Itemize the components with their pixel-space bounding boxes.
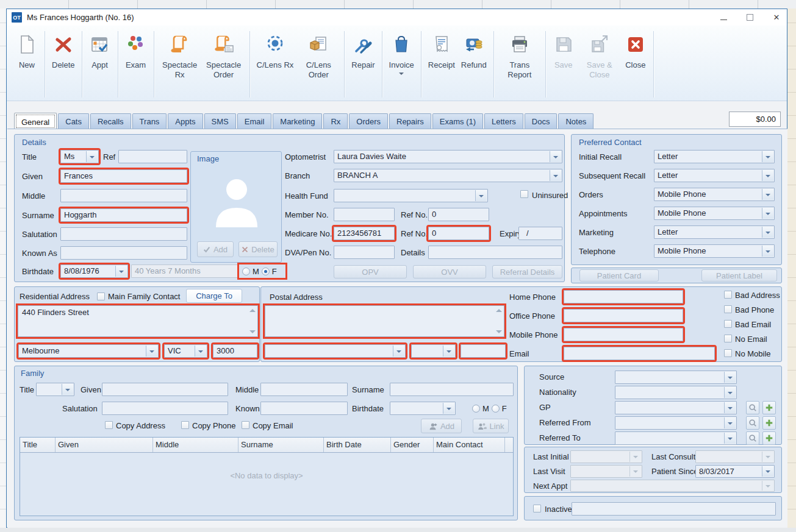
chevron-down-icon[interactable] — [762, 227, 773, 238]
tab-rx[interactable]: Rx — [323, 113, 348, 129]
tab-appts[interactable]: Appts — [168, 113, 203, 129]
email-field[interactable] — [564, 347, 715, 360]
image-add-button[interactable]: Add — [197, 241, 234, 257]
details-field[interactable] — [428, 246, 562, 259]
postal-street-textarea[interactable] — [265, 305, 504, 337]
chevron-down-icon[interactable] — [762, 189, 773, 200]
main-family-contact-checkbox[interactable] — [97, 293, 105, 300]
column-header-surname[interactable]: Surname — [238, 438, 324, 452]
middle-field[interactable] — [60, 189, 187, 202]
female-radio[interactable] — [262, 268, 270, 275]
column-header-given[interactable]: Given — [56, 438, 153, 452]
chevron-down-icon[interactable] — [762, 170, 773, 181]
optometrist-dropdown[interactable]: Laura Davies Waite — [334, 150, 562, 163]
column-header-gender[interactable]: Gender — [391, 438, 434, 452]
image-delete-button[interactable]: Delete — [238, 241, 278, 257]
residential-state-dropdown[interactable]: VIC — [164, 344, 207, 358]
initial-recall-dropdown[interactable]: Letter — [654, 150, 775, 163]
family-title-dropdown[interactable] — [36, 383, 74, 396]
new-button[interactable]: New — [13, 29, 41, 99]
dva-pen-no-field[interactable] — [334, 246, 395, 259]
postal-state-dropdown[interactable] — [411, 344, 456, 358]
chevron-down-icon[interactable] — [724, 402, 736, 413]
surname-field[interactable]: Hoggarth — [60, 208, 187, 222]
tab-exams[interactable]: Exams (1) — [432, 113, 483, 129]
family-salutation-field[interactable] — [102, 402, 228, 415]
chevron-down-icon[interactable] — [724, 433, 736, 444]
home-phone-field[interactable] — [564, 290, 683, 303]
last-initial-field[interactable] — [570, 450, 642, 463]
scroll-down-icon[interactable] — [249, 330, 256, 333]
family-male-radio[interactable] — [472, 405, 480, 413]
invoice-button[interactable]: Invoice — [386, 29, 417, 99]
tab-email[interactable]: Email — [237, 113, 272, 129]
family-link-button[interactable]: Link — [473, 419, 509, 433]
chevron-down-icon[interactable] — [724, 387, 736, 398]
copy-phone-checkbox[interactable] — [181, 421, 189, 429]
chevron-down-icon[interactable] — [762, 151, 773, 162]
delete-button[interactable]: Delete — [49, 29, 78, 99]
close-button[interactable]: Close — [622, 29, 650, 99]
residential-postcode-field[interactable]: 3000 — [213, 344, 257, 358]
chevron-down-icon[interactable] — [146, 346, 157, 356]
subsequent-recall-dropdown[interactable]: Letter — [654, 169, 775, 182]
family-surname-field[interactable] — [390, 383, 514, 396]
tab-letters[interactable]: Letters — [484, 113, 523, 129]
exam-button[interactable]: Exam — [122, 29, 150, 99]
chevron-down-icon[interactable] — [443, 403, 454, 414]
chevron-down-icon[interactable] — [393, 346, 404, 356]
scroll-up-icon[interactable] — [496, 309, 502, 312]
residential-street-textarea[interactable]: 440 Flinders Street — [18, 305, 258, 337]
clens-rx-button[interactable]: C/Lens Rx — [254, 29, 297, 99]
copy-email-checkbox[interactable] — [242, 421, 249, 429]
health-fund-dropdown[interactable] — [334, 189, 488, 202]
tab-marketing[interactable]: Marketing — [273, 113, 322, 129]
save-close-button[interactable]: Save & Close — [578, 29, 622, 99]
uninsured-checkbox[interactable] — [520, 190, 528, 198]
referred-to-add-button[interactable] — [762, 431, 776, 445]
mobile-phone-field[interactable] — [564, 328, 683, 341]
referred-from-dropdown[interactable] — [615, 416, 737, 430]
ovv-button[interactable]: OVV — [413, 265, 486, 278]
tab-docs[interactable]: Docs — [525, 113, 558, 129]
chevron-down-icon[interactable] — [762, 246, 773, 257]
referred-from-search-button[interactable] — [746, 416, 759, 430]
referred-from-add-button[interactable] — [762, 416, 776, 430]
referral-details-button[interactable]: Referral Details — [492, 265, 562, 278]
tab-notes[interactable]: Notes — [558, 113, 593, 129]
medicare-no-field[interactable]: 2123456781 — [334, 227, 395, 240]
chevron-down-icon[interactable] — [475, 190, 487, 201]
gp-add-button[interactable] — [762, 401, 776, 414]
no-email-checkbox[interactable] — [724, 335, 732, 342]
refund-button[interactable]: Refund — [458, 29, 490, 99]
postal-city-dropdown[interactable] — [265, 344, 406, 358]
chevron-down-icon[interactable] — [762, 466, 773, 477]
residential-city-dropdown[interactable]: Melbourne — [18, 344, 159, 358]
charge-to-button[interactable]: Charge To — [186, 289, 242, 303]
chevron-down-icon[interactable] — [550, 151, 561, 162]
spectacle-rx-button[interactable]: Spectacle Rx — [158, 29, 202, 99]
last-consult-field[interactable] — [695, 450, 775, 463]
save-button[interactable]: Save — [550, 29, 578, 99]
inactive-checkbox[interactable] — [533, 505, 541, 512]
next-appt-field[interactable] — [570, 480, 775, 492]
column-header-title[interactable]: Title — [20, 438, 56, 452]
family-birthdate-dropdown[interactable] — [390, 402, 456, 415]
scroll-up-icon[interactable] — [249, 309, 256, 312]
tab-recalls[interactable]: Recalls — [90, 113, 131, 129]
member-no-field[interactable] — [334, 208, 395, 221]
chevron-down-icon[interactable] — [115, 266, 127, 277]
referred-to-dropdown[interactable] — [615, 431, 737, 445]
opv-button[interactable]: OPV — [334, 265, 407, 278]
receipt-button[interactable]: Receipt — [425, 29, 458, 99]
copy-address-checkbox[interactable] — [105, 421, 113, 429]
gp-dropdown[interactable] — [615, 401, 737, 414]
chevron-down-icon[interactable] — [762, 208, 773, 219]
chevron-down-icon[interactable] — [550, 170, 561, 181]
family-female-radio[interactable] — [492, 405, 500, 413]
tab-general[interactable]: General — [14, 113, 57, 130]
chevron-down-icon[interactable] — [443, 346, 454, 356]
close-window-button[interactable]: ✕ — [772, 13, 781, 22]
appointments-contact-dropdown[interactable]: Mobile Phone — [654, 207, 775, 220]
chevron-down-icon[interactable] — [86, 151, 98, 162]
